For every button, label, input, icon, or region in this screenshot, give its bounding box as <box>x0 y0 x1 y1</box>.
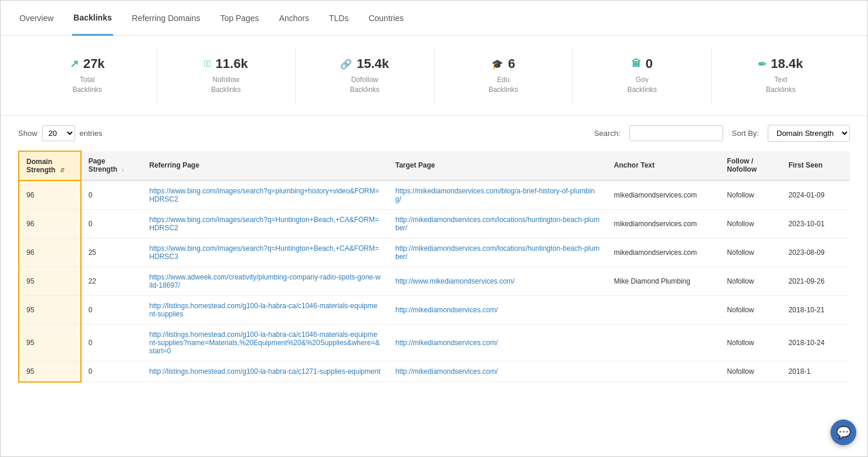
col-header-page-strength[interactable]: PageStrength ↓ <box>81 151 143 180</box>
cell-follow-nofollow: Nofollow <box>720 267 782 295</box>
sort-icon-page-strength: ↓ <box>121 166 124 173</box>
cell-first-seen: 2024-01-09 <box>781 180 850 210</box>
target-page-link[interactable]: http://mikediamondservices.com/locations… <box>395 244 599 261</box>
table-row: 95 0 http://listings.homestead.com/g100-… <box>19 295 850 324</box>
cell-referring-page: https://www.bing.com/images/search?q=Hun… <box>143 209 388 238</box>
cell-anchor-text <box>607 324 720 361</box>
stat-text-backlinks: ✏ 18.4k TextBacklinks <box>712 47 850 104</box>
dofollow-backlinks-icon: 🔗 <box>340 59 352 70</box>
cell-first-seen: 2018-10-21 <box>781 295 850 324</box>
tab-countries[interactable]: Countries <box>367 1 405 35</box>
target-page-link[interactable]: http://mikediamondservices.com/ <box>395 306 498 314</box>
col-header-referring-page: Referring Page <box>143 151 388 180</box>
cell-target-page: http://mikediamondservices.com/locations… <box>388 209 607 238</box>
cell-page-strength: 0 <box>81 361 143 382</box>
cell-first-seen: 2021-09-26 <box>781 267 850 295</box>
cell-target-page: http://mikediamondservices.com/ <box>388 361 607 382</box>
show-entries-control: Show 10 20 50 100 entries <box>18 125 103 141</box>
cell-target-page: http://mikediamondservices.com/locations… <box>388 238 607 267</box>
sort-select[interactable]: Domain Strength Page Strength First Seen <box>768 125 850 142</box>
navigation-tabs: Overview Backlinks Referring Domains Top… <box>1 1 867 36</box>
cell-follow-nofollow: Nofollow <box>720 209 782 238</box>
cell-domain-strength: 96 <box>19 209 81 238</box>
stat-gov-backlinks: 🏛 0 GovBacklinks <box>573 47 712 104</box>
cell-referring-page: https://www.bing.com/images/search?q=plu… <box>143 180 388 210</box>
cell-anchor-text: Mike Diamond Plumbing <box>607 267 720 295</box>
cell-anchor-text: mikediamondservices.com <box>607 238 720 267</box>
table-row: 95 0 http://listings.homestead.com/g100-… <box>19 361 850 382</box>
tab-overview[interactable]: Overview <box>18 1 55 35</box>
search-input[interactable] <box>629 125 723 141</box>
referring-page-link[interactable]: https://www.bing.com/images/search?q=plu… <box>150 187 379 203</box>
target-page-link[interactable]: http://www.mikediamondservices.com/ <box>395 277 514 285</box>
tab-tlds[interactable]: TLDs <box>328 1 350 35</box>
cell-page-strength: 22 <box>81 267 143 295</box>
table-row: 95 0 http://listings.homestead.com/g100-… <box>19 324 850 361</box>
tab-anchors[interactable]: Anchors <box>278 1 310 35</box>
cell-domain-strength: 95 <box>19 361 81 382</box>
show-label: Show <box>18 129 38 138</box>
target-page-link[interactable]: http://mikediamondservices.com/ <box>395 367 498 376</box>
cell-target-page: http://mikediamondservices.com/ <box>388 295 607 324</box>
show-select[interactable]: 10 20 50 100 <box>42 125 75 141</box>
cell-first-seen: 2018-10-24 <box>781 324 850 361</box>
chat-icon: 💬 <box>836 425 851 439</box>
total-backlinks-value: 27k <box>83 56 105 71</box>
referring-page-link[interactable]: https://www.bing.com/images/search?q=Hun… <box>150 216 379 232</box>
col-header-first-seen: First Seen <box>781 151 850 180</box>
target-page-link[interactable]: http://mikediamondservices.com/locations… <box>395 216 599 232</box>
search-label: Search: <box>594 129 621 138</box>
sort-icon-domain-strength: ⇵ <box>60 167 65 173</box>
dofollow-backlinks-value: 15.4k <box>357 56 389 71</box>
cell-referring-page: http://listings.homestead.com/g100-la-ha… <box>143 361 388 382</box>
controls-row: Show 10 20 50 100 entries Search: Sort B… <box>1 116 867 151</box>
referring-page-link[interactable]: https://www.adweek.com/creativity/plumbi… <box>150 273 381 289</box>
cell-referring-page: https://www.bing.com/images/search?q=Hun… <box>143 238 388 267</box>
chat-button[interactable]: 💬 <box>830 420 856 445</box>
target-page-link[interactable]: https://mikediamondservices.com/blog/a-b… <box>395 187 595 203</box>
stat-total-backlinks: ↗ 27k TotalBacklinks <box>18 47 157 104</box>
stats-row: ↗ 27k TotalBacklinks 🔗⃠ 11.6k NofollowBa… <box>1 36 867 116</box>
tab-top-pages[interactable]: Top Pages <box>219 1 260 35</box>
cell-page-strength: 0 <box>81 180 143 210</box>
table-row: 95 22 https://www.adweek.com/creativity/… <box>19 267 850 295</box>
cell-referring-page: http://listings.homestead.com/g100-la-ha… <box>143 295 388 324</box>
controls-right: Search: Sort By: Domain Strength Page St… <box>594 125 850 142</box>
cell-page-strength: 0 <box>81 209 143 238</box>
nofollow-backlinks-value: 11.6k <box>216 56 248 71</box>
text-backlinks-value: 18.4k <box>771 56 803 71</box>
cell-target-page: http://www.mikediamondservices.com/ <box>388 267 607 295</box>
cell-anchor-text <box>607 295 720 324</box>
referring-page-link[interactable]: http://listings.homestead.com/g100-la-ha… <box>150 302 378 318</box>
cell-referring-page: https://www.adweek.com/creativity/plumbi… <box>143 267 388 295</box>
col-header-anchor-text: Anchor Text <box>607 151 720 180</box>
edu-backlinks-value: 6 <box>508 56 515 71</box>
tab-referring-domains[interactable]: Referring Domains <box>131 1 202 35</box>
gov-backlinks-label: GovBacklinks <box>579 75 706 95</box>
referring-page-link[interactable]: http://listings.homestead.com/g100-la-ha… <box>150 367 381 376</box>
cell-follow-nofollow: Nofollow <box>720 180 782 210</box>
total-backlinks-icon: ↗ <box>70 57 79 70</box>
target-page-link[interactable]: http://mikediamondservices.com/ <box>395 339 498 347</box>
cell-page-strength: 25 <box>81 238 143 267</box>
referring-page-link[interactable]: http://listings.homestead.com/g100-la-ha… <box>150 330 380 355</box>
cell-page-strength: 0 <box>81 295 143 324</box>
cell-target-page: https://mikediamondservices.com/blog/a-b… <box>388 180 607 210</box>
sort-label: Sort By: <box>732 129 759 138</box>
tab-backlinks[interactable]: Backlinks <box>72 1 113 36</box>
text-backlinks-label: TextBacklinks <box>718 75 845 95</box>
cell-target-page: http://mikediamondservices.com/ <box>388 324 607 361</box>
col-header-domain-strength[interactable]: DomainStrength ⇵ <box>19 151 81 180</box>
cell-follow-nofollow: Nofollow <box>720 361 782 382</box>
cell-follow-nofollow: Nofollow <box>720 324 782 361</box>
cell-domain-strength: 95 <box>19 267 81 295</box>
cell-domain-strength: 96 <box>19 180 81 210</box>
dofollow-backlinks-label: DofollowBacklinks <box>301 75 428 95</box>
cell-anchor-text: mikediamondservices.com <box>607 180 720 210</box>
cell-referring-page: http://listings.homestead.com/g100-la-ha… <box>143 324 388 361</box>
col-header-follow-nofollow: Follow /Nofollow <box>720 151 782 180</box>
cell-domain-strength: 95 <box>19 324 81 361</box>
referring-page-link[interactable]: https://www.bing.com/images/search?q=Hun… <box>150 244 379 261</box>
edu-backlinks-label: EduBacklinks <box>440 75 567 95</box>
cell-first-seen: 2018-1 <box>781 361 850 382</box>
